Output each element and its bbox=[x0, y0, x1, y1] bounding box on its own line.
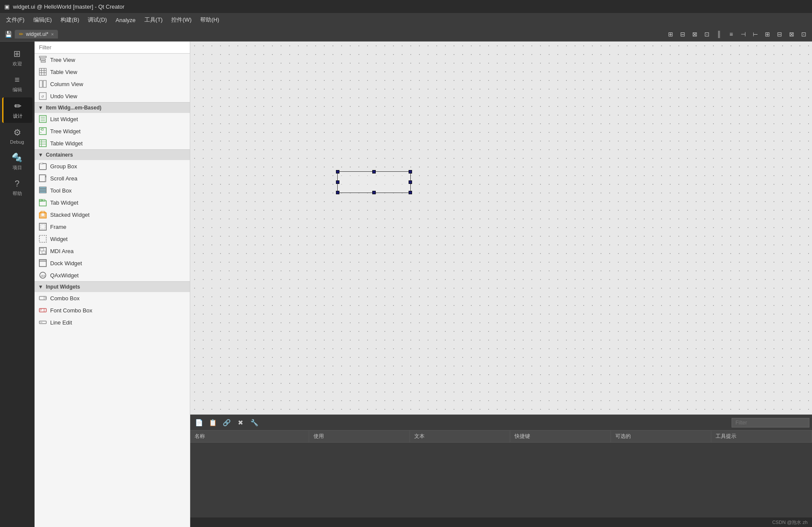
toolbar-btn-7[interactable]: ⊣ bbox=[738, 29, 749, 40]
tab-widget-ui[interactable]: ✏ widget.ui* × bbox=[15, 30, 58, 39]
toolbar-btn-12[interactable]: ⊡ bbox=[798, 29, 809, 40]
svg-rect-28 bbox=[39, 175, 45, 182]
handle-tr[interactable] bbox=[409, 170, 412, 174]
handle-tm[interactable] bbox=[372, 170, 376, 174]
bottom-btn-link[interactable]: 🔗 bbox=[221, 417, 233, 429]
toolbar-btn-1[interactable]: ⊞ bbox=[665, 29, 676, 40]
column-view-icon bbox=[39, 80, 47, 88]
tool-box-icon bbox=[39, 186, 47, 194]
menu-widgets[interactable]: 控件(W) bbox=[167, 14, 196, 26]
handle-br[interactable] bbox=[409, 191, 412, 194]
menu-analyze[interactable]: Analyze bbox=[111, 15, 140, 25]
bottom-btn-new[interactable]: 📄 bbox=[193, 417, 205, 429]
widget-item-mdi-area[interactable]: MDI Area bbox=[35, 245, 190, 257]
widget-item-group-box[interactable]: GB Group Box bbox=[35, 160, 190, 172]
toolbar-btn-5[interactable]: ║ bbox=[713, 29, 725, 40]
toolbar-btn-11[interactable]: ⊠ bbox=[786, 29, 797, 40]
svg-text:▼: ▼ bbox=[45, 297, 47, 299]
svg-rect-19 bbox=[42, 129, 43, 130]
sidebar-item-design[interactable]: ✏ 设计 bbox=[2, 97, 32, 123]
undo-view-icon: ↺ bbox=[39, 92, 47, 100]
menu-help[interactable]: 帮助(H) bbox=[196, 14, 224, 26]
col-usage: 使用 bbox=[309, 431, 410, 442]
undo-view-label: Undo View bbox=[50, 93, 77, 100]
widget-item-combo-box[interactable]: ▼ Combo Box bbox=[35, 292, 190, 304]
category-label-item-widgets: Item Widg...em-Based) bbox=[46, 105, 102, 111]
bottom-btn-delete[interactable]: ✖ bbox=[234, 417, 246, 429]
sidebar-label-welcome: 欢迎 bbox=[13, 61, 22, 67]
scroll-area-label: Scroll Area bbox=[50, 175, 77, 182]
sidebar-item-help[interactable]: ? 帮助 bbox=[2, 175, 32, 200]
canvas-selected-widget[interactable] bbox=[337, 171, 411, 193]
handle-ml[interactable] bbox=[336, 180, 339, 184]
widget-item-table-view[interactable]: Table View bbox=[35, 66, 190, 78]
svg-rect-9 bbox=[39, 80, 42, 87]
left-sidebar: ⊞ 欢迎 ≡ 编辑 ✏ 设计 ⚙ Debug 🔩 项目 ? 帮助 bbox=[0, 42, 35, 527]
handle-tl[interactable] bbox=[336, 170, 339, 174]
menu-build[interactable]: 构建(B) bbox=[56, 14, 83, 26]
toolbar-btn-6[interactable]: ≡ bbox=[726, 29, 737, 40]
widget-item-column-view[interactable]: Column View bbox=[35, 78, 190, 90]
widget-item-undo-view[interactable]: ↺ Undo View bbox=[35, 90, 190, 102]
widget-icon bbox=[39, 235, 47, 243]
title-bar-icon: ▣ bbox=[4, 3, 10, 10]
menu-file[interactable]: 文件(F) bbox=[2, 14, 29, 26]
widget-filter-input[interactable] bbox=[35, 42, 190, 54]
widget-item-tab-widget[interactable]: Tab Widget bbox=[35, 196, 190, 209]
combo-box-icon: ▼ bbox=[39, 294, 47, 302]
handle-bm[interactable] bbox=[372, 191, 376, 194]
widget-list: Tree View Table View Column View ↺ bbox=[35, 54, 190, 527]
sidebar-item-project[interactable]: 🔩 项目 bbox=[2, 149, 32, 174]
widget-item-tool-box[interactable]: Tool Box bbox=[35, 184, 190, 196]
toolbar-btn-3[interactable]: ⊠ bbox=[689, 29, 700, 40]
widget-item-tree-widget[interactable]: Tree Widget bbox=[35, 125, 190, 137]
sidebar-item-welcome[interactable]: ⊞ 欢迎 bbox=[2, 45, 32, 71]
widget-item-tree-view[interactable]: Tree View bbox=[35, 54, 190, 66]
toolbar-btn-8[interactable]: ⊢ bbox=[750, 29, 761, 40]
widget-item-table-widget[interactable]: Table Widget bbox=[35, 137, 190, 149]
widget-item-scroll-area[interactable]: Scroll Area bbox=[35, 172, 190, 184]
widget-item-frame[interactable]: Frame bbox=[35, 221, 190, 233]
tab-widget-icon bbox=[39, 199, 47, 206]
menu-tools[interactable]: 工具(T) bbox=[140, 14, 167, 26]
handle-bl[interactable] bbox=[336, 191, 339, 194]
bottom-btn-settings[interactable]: 🔧 bbox=[248, 417, 260, 429]
debug-icon: ⚙ bbox=[13, 127, 21, 138]
widget-item-list-widget[interactable]: List Widget bbox=[35, 113, 190, 125]
handle-mr[interactable] bbox=[409, 180, 412, 184]
edit-icon: ≡ bbox=[15, 75, 20, 85]
bottom-filter-input[interactable] bbox=[732, 418, 809, 427]
toolbar-save-btn[interactable]: 💾 bbox=[3, 29, 14, 40]
toolbar-btn-4[interactable]: ⊡ bbox=[701, 29, 713, 40]
bottom-btn-copy[interactable]: 📋 bbox=[207, 417, 219, 429]
main-layout: ⊞ 欢迎 ≡ 编辑 ✏ 设计 ⚙ Debug 🔩 项目 ? 帮助 bbox=[0, 42, 812, 527]
widget-item-qax-widget[interactable]: AX QAxWidget bbox=[35, 269, 190, 281]
sidebar-item-edit[interactable]: ≡ 编辑 bbox=[2, 71, 32, 96]
category-input-widgets[interactable]: ▼ Input Widgets bbox=[35, 281, 190, 292]
widget-item-dock-widget[interactable]: Dock Widget bbox=[35, 257, 190, 269]
toolbar-btn-9[interactable]: ⊞ bbox=[762, 29, 773, 40]
menu-debug[interactable]: 调试(D) bbox=[83, 14, 111, 26]
sidebar-item-debug[interactable]: ⚙ Debug bbox=[2, 124, 32, 148]
tab-close-btn[interactable]: × bbox=[51, 32, 54, 37]
widget-item-line-edit[interactable]: Line Edit bbox=[35, 316, 190, 328]
toolbar-btn-2[interactable]: ⊟ bbox=[677, 29, 688, 40]
status-text: CSDN @泡水 zh bbox=[772, 519, 808, 526]
widget-item-widget[interactable]: Widget bbox=[35, 233, 190, 245]
category-containers[interactable]: ▼ Containers bbox=[35, 149, 190, 160]
menu-edit[interactable]: 编辑(E) bbox=[29, 14, 56, 26]
col-name: 名称 bbox=[190, 431, 309, 442]
widget-item-font-combo-box[interactable]: F Font Combo Box bbox=[35, 304, 190, 316]
qax-widget-icon: AX bbox=[39, 271, 47, 279]
svg-rect-34 bbox=[39, 201, 46, 206]
svg-rect-0 bbox=[39, 56, 46, 58]
svg-rect-32 bbox=[39, 189, 46, 191]
title-bar-title: widget.ui @ HelloWorld [master] - Qt Cre… bbox=[13, 3, 125, 10]
svg-rect-3 bbox=[41, 61, 45, 62]
toolbar-btn-10[interactable]: ⊟ bbox=[774, 29, 785, 40]
widget-item-stacked-widget[interactable]: Stacked Widget bbox=[35, 209, 190, 221]
main-toolbar: 💾 ✏ widget.ui* × ⊞ ⊟ ⊠ ⊡ ║ ≡ ⊣ ⊢ ⊞ ⊟ ⊠ ⊡ bbox=[0, 27, 812, 42]
category-item-widgets[interactable]: ▼ Item Widg...em-Based) bbox=[35, 102, 190, 113]
canvas-area[interactable]: 📄 📋 🔗 ✖ 🔧 名称 使用 文本 快捷键 可选的 工具提示 CSDN @泡水… bbox=[190, 42, 812, 527]
bottom-table-header: 名称 使用 文本 快捷键 可选的 工具提示 bbox=[190, 431, 812, 443]
